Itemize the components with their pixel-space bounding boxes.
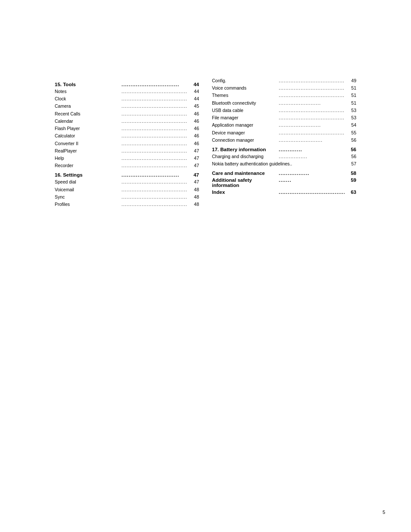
list-item: Calendar ...............................…	[55, 118, 199, 124]
section-16-dots: ................................	[121, 172, 187, 177]
toc-wrapper: 15. Tools ..............................…	[55, 78, 356, 208]
list-item: Themes .................................…	[212, 92, 356, 99]
item-camera: Camera	[55, 103, 121, 109]
list-item: RealPlayer .............................…	[55, 148, 199, 154]
index-page: 63	[346, 190, 356, 195]
list-item: Calculator .............................…	[55, 133, 199, 139]
item-speed-dial: Speed dial	[55, 179, 121, 185]
toc-left-column: 15. Tools ..............................…	[55, 78, 208, 208]
list-item: Recent Calls ...........................…	[55, 111, 199, 117]
index-dots: ........................................	[279, 190, 345, 195]
list-item: Nokia battery authentication guidelines.…	[212, 161, 356, 167]
list-item: Help ...................................…	[55, 155, 199, 162]
page-number: 5	[383, 510, 385, 515]
item-voice-commands: Voice commands	[212, 85, 278, 91]
item-realplayer: RealPlayer	[55, 148, 121, 154]
item-themes: Themes	[212, 92, 278, 99]
item-calendar: Calendar	[55, 118, 121, 124]
page-container: 15. Tools ..............................…	[0, 0, 411, 532]
section-17-page: 56	[346, 147, 356, 152]
list-item: Converter II ...........................…	[55, 140, 199, 147]
section-16-page: 47	[188, 172, 199, 177]
section-15-title: 15. Tools	[55, 82, 121, 87]
item-profiles: Profiles	[55, 201, 121, 208]
list-item: Bluetooth connectivity .................…	[212, 100, 356, 106]
item-notes: Notes	[55, 88, 121, 95]
item-clock: Clock	[55, 96, 121, 102]
list-item: Device manager .........................…	[212, 130, 356, 136]
additional-safety-title: Additional safety information	[212, 177, 278, 188]
item-sync: Sync	[55, 194, 121, 200]
toc-right-column: Config. ................................…	[208, 78, 356, 208]
item-usb-data-cable: USB data cable	[212, 107, 278, 114]
item-help: Help	[55, 155, 121, 162]
item-config: Config.	[212, 78, 278, 84]
additional-safety-header: Additional safety information ....... 59	[212, 177, 356, 188]
list-item: Voicemail ..............................…	[55, 187, 199, 193]
list-item: Connection manager .....................…	[212, 137, 356, 143]
section-16-header: 16. Settings ...........................…	[55, 172, 199, 177]
additional-safety-page: 59	[346, 177, 356, 183]
list-item: Sync ...................................…	[55, 194, 199, 200]
list-item: Recorder ...............................…	[55, 162, 199, 169]
item-flash-player: Flash Player	[55, 125, 121, 132]
section-15-header: 15. Tools ..............................…	[55, 82, 199, 87]
list-item: Notes ..................................…	[55, 88, 199, 95]
section-17-header: 17. Battery information ............. 56	[212, 147, 356, 152]
care-maintenance-title: Care and maintenance	[212, 171, 278, 176]
item-connection-manager: Connection manager	[212, 137, 278, 143]
care-maintenance-page: 58	[346, 171, 356, 176]
care-maintenance-header: Care and maintenance ................. 5…	[212, 171, 356, 176]
list-item: Voice commands .........................…	[212, 85, 356, 91]
list-item: Config. ................................…	[212, 78, 356, 84]
list-item: Flash Player ...........................…	[55, 125, 199, 132]
list-item: Profiles ...............................…	[55, 201, 199, 208]
index-header: Index ..................................…	[212, 190, 356, 195]
item-recorder: Recorder	[55, 162, 121, 169]
item-voicemail: Voicemail	[55, 187, 121, 193]
section-16-title: 16. Settings	[55, 172, 121, 177]
additional-safety-dots: .......	[279, 177, 345, 183]
section-17-dots: .............	[279, 147, 345, 152]
item-app-manager: Application manager	[212, 122, 278, 128]
list-item: USB data cable .........................…	[212, 107, 356, 114]
section-15-page: 44	[188, 82, 199, 87]
care-maintenance-dots: .................	[279, 171, 345, 176]
item-device-manager: Device manager	[212, 130, 278, 136]
list-item: Clock ..................................…	[55, 96, 199, 102]
list-item: Charging and discharging ...............…	[212, 153, 356, 160]
section-17-title: 17. Battery information	[212, 147, 278, 152]
item-nokia-battery: Nokia battery authentication guidelines.…	[212, 161, 346, 167]
list-item: File manager ...........................…	[212, 115, 356, 121]
item-charging: Charging and discharging	[212, 153, 278, 160]
item-bluetooth: Bluetooth connectivity	[212, 100, 278, 106]
item-calculator: Calculator	[55, 133, 121, 139]
item-file-manager: File manager	[212, 115, 278, 121]
item-converter: Converter II	[55, 140, 121, 147]
list-item: Speed dial .............................…	[55, 179, 199, 185]
list-item: Application manager ....................…	[212, 122, 356, 128]
item-recent-calls: Recent Calls	[55, 111, 121, 117]
index-title: Index	[212, 190, 278, 195]
section-15-dots: ................................	[121, 82, 187, 87]
list-item: Camera .................................…	[55, 103, 199, 109]
